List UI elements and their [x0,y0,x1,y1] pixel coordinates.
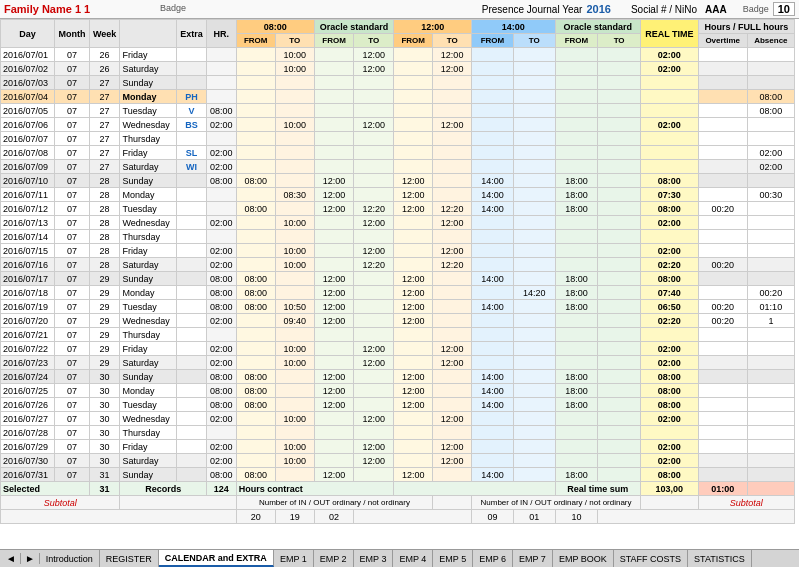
badge-label2: Badge [743,4,769,14]
table-row[interactable]: 2016/07/020726Saturday10:0012:0012:0002:… [1,62,795,76]
table-row[interactable]: 2016/07/100728Sunday08:0008:0012:0012:00… [1,174,795,188]
tab-item-emp-book[interactable]: EMP BOOK [553,550,614,567]
table-row[interactable]: 2016/07/080727FridaySL02:0002:00 [1,146,795,160]
table-row[interactable]: 2016/07/120728Tuesday08:0012:0012:2012:0… [1,202,795,216]
table-cell [275,104,314,118]
table-row[interactable]: 2016/07/010726Friday10:0012:0012:0002:00 [1,48,795,62]
table-cell [433,426,472,440]
table-cell: Tuesday [120,202,177,216]
table-row[interactable]: 2016/07/170729Sunday08:0008:0012:0012:00… [1,272,795,286]
tab-item-introduction[interactable]: Introduction [40,550,100,567]
col-from2-sub: FROM [472,34,514,48]
table-cell [177,244,207,258]
col-overtime-sub: Overtime [698,34,747,48]
table-cell: 12:00 [394,370,433,384]
table-row[interactable]: 2016/07/310731Sunday08:0008:0012:0012:00… [1,468,795,482]
table-row[interactable]: 2016/07/150728Friday02:0010:0012:0012:00… [1,244,795,258]
table-cell [236,104,275,118]
table-cell [513,454,555,468]
tab-item-emp-7[interactable]: EMP 7 [513,550,553,567]
table-cell: 30 [89,412,120,426]
table-row[interactable]: 2016/07/140728Thursday [1,230,795,244]
table-cell: 12:00 [314,188,354,202]
table-cell: 08:00 [236,370,275,384]
tab-nav-left[interactable]: ◄ [2,553,21,564]
table-row[interactable]: 2016/07/270730Wednesday02:0010:0012:0012… [1,412,795,426]
table-cell [598,216,641,230]
table-cell [177,468,207,482]
table-cell: 08:00 [236,272,275,286]
tab-item-register[interactable]: REGISTER [100,550,159,567]
table-cell [206,202,236,216]
table-row[interactable]: 2016/07/130728Wednesday02:0010:0012:0012… [1,216,795,230]
table-row[interactable]: 2016/07/060727WednesdayBS02:0010:0012:00… [1,118,795,132]
tab-nav-right[interactable]: ► [21,553,40,564]
table-row[interactable]: 2016/07/290730Friday02:0010:0012:0012:00… [1,440,795,454]
table-row[interactable]: 2016/07/300730Saturday02:0010:0012:0012:… [1,454,795,468]
table-cell: 08:30 [275,188,314,202]
table-cell: 18:00 [555,188,598,202]
table-row[interactable]: 2016/07/160728Saturday02:0010:0012:2012:… [1,258,795,272]
table-cell [394,328,433,342]
table-cell [394,356,433,370]
table-row[interactable]: 2016/07/110728Monday08:3012:0012:0014:00… [1,188,795,202]
table-row[interactable]: 2016/07/280730Thursday [1,426,795,440]
tab-item-emp-1[interactable]: EMP 1 [274,550,314,567]
table-row[interactable]: 2016/07/190729Tuesday08:0008:0010:5012:0… [1,300,795,314]
tab-item-emp-3[interactable]: EMP 3 [354,550,394,567]
in-out-label2: Number of IN / OUT ordinary / not ordina… [472,496,641,510]
table-cell: 14:00 [472,272,514,286]
table-cell: 08:00 [206,300,236,314]
tab-item-emp-4[interactable]: EMP 4 [393,550,433,567]
table-cell: 12:00 [433,48,472,62]
table-cell: 29 [89,342,120,356]
table-cell [698,286,747,300]
table-cell [555,454,598,468]
table-row[interactable]: 2016/07/040727MondayPH08:00 [1,90,795,104]
table-row[interactable]: 2016/07/250730Monday08:0008:0012:0012:00… [1,384,795,398]
tab-item-calendar-and-extra[interactable]: CALENDAR and EXTRA [159,550,274,567]
table-cell [275,160,314,174]
table-row[interactable]: 2016/07/200729Wednesday02:0009:4012:0012… [1,314,795,328]
table-row[interactable]: 2016/07/230729Saturday02:0010:0012:0012:… [1,356,795,370]
table-cell [433,174,472,188]
table-cell [177,230,207,244]
table-cell [747,440,794,454]
table-cell: Monday [120,286,177,300]
records-label: Records [120,482,206,496]
table-cell: 2016/07/01 [1,48,55,62]
tab-item-emp-6[interactable]: EMP 6 [473,550,513,567]
table-row[interactable]: 2016/07/180729Monday08:0008:0012:0012:00… [1,286,795,300]
table-cell: 12:00 [354,342,394,356]
table-cell: 27 [89,76,120,90]
col-realtime: REAL TIME [640,20,698,48]
table-cell [433,398,472,412]
table-row[interactable]: 2016/07/240730Sunday08:0008:0012:0012:00… [1,370,795,384]
table-row[interactable]: 2016/07/050727TuesdayV08:0008:00 [1,104,795,118]
table-cell: 00:20 [698,202,747,216]
col-to2-sub: TO [513,34,555,48]
table-cell [513,314,555,328]
table-row[interactable]: 2016/07/210729Thursday [1,328,795,342]
tab-item-emp-5[interactable]: EMP 5 [433,550,473,567]
table-cell: 12:00 [394,384,433,398]
table-cell: 07 [55,342,90,356]
tab-item-emp-2[interactable]: EMP 2 [314,550,354,567]
table-cell [640,230,698,244]
tab-item-statistics[interactable]: STATISTICS [688,550,752,567]
tab-item-staff-costs[interactable]: STAFF COSTS [614,550,688,567]
table-cell: 02:20 [640,314,698,328]
table-row[interactable]: 2016/07/090727SaturdayWI02:0002:00 [1,160,795,174]
table-cell: 02:00 [640,342,698,356]
table-cell [177,370,207,384]
table-row[interactable]: 2016/07/030727Sunday [1,76,795,90]
table-cell [598,244,641,258]
table-row[interactable]: 2016/07/260730Tuesday08:0008:0012:0012:0… [1,398,795,412]
table-cell: 10:00 [275,118,314,132]
table-cell: 08:00 [236,286,275,300]
table-row[interactable]: 2016/07/220729Friday02:0010:0012:0012:00… [1,342,795,356]
table-cell [177,62,207,76]
table-cell: 28 [89,258,120,272]
table-row[interactable]: 2016/07/070727Thursday [1,132,795,146]
table-cell [236,188,275,202]
